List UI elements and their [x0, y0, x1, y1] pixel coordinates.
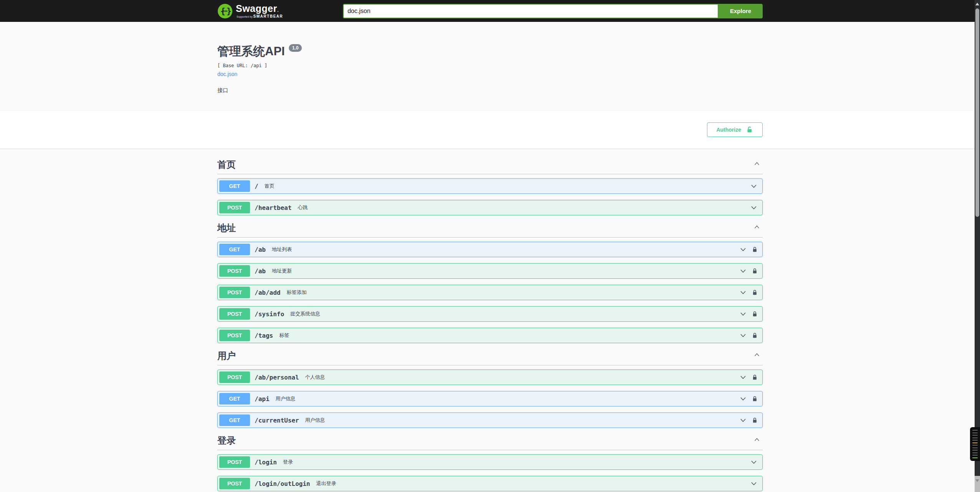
page-title: 管理系统API 1.0	[217, 43, 763, 59]
endpoint-row: POST /sysinfo 提交系统信息	[217, 306, 763, 322]
endpoint-summary-bar[interactable]: POST /ab/personal 个人信息	[218, 370, 762, 385]
endpoint-path: /tags	[255, 332, 273, 339]
expand-endpoint-button[interactable]	[750, 480, 758, 487]
endpoint-summary-bar[interactable]: POST /sysinfo 提交系统信息	[218, 307, 762, 321]
scrollbar-thumb[interactable]	[975, 8, 979, 217]
endpoint-auth-button[interactable]	[752, 268, 758, 274]
method-badge: POST	[219, 330, 250, 341]
endpoint-auth-button[interactable]	[752, 396, 758, 402]
section-header[interactable]: 首页	[217, 158, 763, 174]
endpoint-auth-button[interactable]	[752, 289, 758, 296]
endpoint-list: POST /ab/personal 个人信息	[217, 365, 763, 428]
expand-endpoint-button[interactable]	[750, 458, 758, 466]
scroll-up-icon[interactable]	[975, 3, 979, 5]
authorize-button[interactable]: Authorize	[707, 122, 763, 137]
lock-icon	[752, 374, 758, 381]
sections: 首页 GET / 首页	[217, 158, 763, 491]
smartbear-label: SMARTBEAR	[253, 14, 283, 18]
endpoint-path: /heartbeat	[255, 204, 291, 211]
endpoint-summary-bar[interactable]: POST /tags 标签	[218, 328, 762, 343]
expand-endpoint-button[interactable]	[739, 416, 747, 424]
expand-endpoint-button[interactable]	[739, 373, 747, 381]
chevron-down-icon	[739, 416, 747, 424]
section-header[interactable]: 地址	[217, 221, 763, 238]
chevron-down-icon	[739, 373, 747, 381]
expand-endpoint-button[interactable]	[739, 246, 747, 253]
opblock-tag-section: 用户 POST /ab/personal 个人信息	[217, 349, 763, 428]
endpoint-auth-button[interactable]	[752, 417, 758, 424]
lock-icon	[752, 396, 758, 402]
method-badge: GET	[219, 244, 250, 255]
endpoint-list: POST /login 登录	[217, 450, 763, 491]
section-header[interactable]: 登录	[217, 434, 763, 450]
expand-endpoint-button[interactable]	[739, 267, 747, 275]
lock-icon	[752, 417, 758, 424]
method-badge: POST	[219, 371, 250, 383]
method-badge: POST	[219, 265, 250, 277]
scroll-down-icon[interactable]	[975, 479, 979, 482]
explore-button[interactable]: Explore	[718, 4, 763, 18]
endpoint-auth-button[interactable]	[752, 311, 758, 317]
chevron-down-icon	[739, 332, 747, 339]
endpoint-summary-bar[interactable]: POST /login 登录	[218, 455, 762, 469]
collapse-section-button[interactable]	[751, 160, 763, 168]
method-badge: GET	[219, 180, 250, 192]
section-title: 地址	[217, 221, 236, 234]
method-badge: POST	[219, 308, 250, 320]
chevron-down-icon	[750, 182, 758, 190]
endpoint-list: GET /ab 地址列表	[217, 238, 763, 343]
authorize-label: Authorize	[716, 127, 741, 133]
method-badge: GET	[219, 393, 250, 404]
endpoint-summary-bar[interactable]: POST /ab/add 标签添加	[218, 285, 762, 300]
spec-url-input[interactable]	[343, 4, 718, 18]
lock-icon	[752, 289, 758, 296]
lock-icon	[752, 246, 758, 253]
method-badge: POST	[219, 287, 250, 298]
endpoint-summary-bar[interactable]: POST /ab 地址更新	[218, 264, 762, 278]
swagger-logo[interactable]: { } Swagger. Supported by SMARTBEAR	[217, 3, 283, 19]
endpoint-row: GET /currentUser 用户信息	[217, 413, 763, 428]
expand-endpoint-button[interactable]	[739, 395, 747, 403]
expand-endpoint-button[interactable]	[739, 289, 747, 296]
endpoint-summary-bar[interactable]: POST /login/outLogin 退出登录	[218, 476, 762, 491]
endpoint-summary: 心跳	[298, 204, 308, 211]
expand-endpoint-button[interactable]	[739, 332, 747, 339]
section-title: 用户	[217, 349, 236, 362]
endpoint-summary-bar[interactable]: POST /heartbeat 心跳	[218, 200, 762, 215]
lock-icon	[752, 332, 758, 339]
expand-endpoint-button[interactable]	[750, 182, 758, 190]
endpoint-auth-button[interactable]	[752, 374, 758, 381]
endpoint-summary: 登录	[283, 459, 293, 466]
spec-doc-link[interactable]: doc.json	[217, 71, 237, 77]
endpoint-summary-bar[interactable]: GET /currentUser 用户信息	[218, 413, 762, 428]
endpoint-summary: 退出登录	[316, 480, 336, 487]
endpoint-path: /ab/add	[255, 289, 280, 296]
endpoint-row: POST /login/outLogin 退出登录	[217, 476, 763, 491]
chevron-down-icon	[750, 458, 758, 466]
endpoint-auth-button[interactable]	[752, 332, 758, 339]
chevron-up-icon	[753, 352, 760, 358]
endpoint-summary-bar[interactable]: GET / 首页	[218, 179, 762, 193]
endpoint-row: GET /ab 地址列表	[217, 242, 763, 257]
mini-console-widget[interactable]	[970, 427, 980, 461]
method-badge: POST	[219, 478, 250, 489]
endpoint-summary: 标签添加	[286, 289, 306, 296]
info-section: 管理系统API 1.0 [ Base URL: /api ] doc.json …	[0, 22, 980, 94]
collapse-section-button[interactable]	[751, 224, 763, 232]
opblock-tag-section: 登录 POST /login 登录	[217, 434, 763, 491]
endpoint-auth-button[interactable]	[752, 246, 758, 253]
chevron-down-icon	[739, 310, 747, 318]
endpoint-row: POST /ab/personal 个人信息	[217, 370, 763, 385]
endpoint-summary-bar[interactable]: GET /ab 地址列表	[218, 242, 762, 257]
endpoint-summary: 首页	[265, 183, 275, 190]
scrollbar[interactable]	[975, 0, 980, 492]
section-header[interactable]: 用户	[217, 349, 763, 365]
opblock-tag-section: 地址 GET /ab 地址列表	[217, 221, 763, 343]
expand-endpoint-button[interactable]	[739, 310, 747, 318]
expand-endpoint-button[interactable]	[750, 204, 758, 211]
collapse-section-button[interactable]	[751, 436, 763, 444]
endpoint-summary-bar[interactable]: GET /api 用户信息	[218, 391, 762, 406]
collapse-section-button[interactable]	[751, 352, 763, 360]
method-badge: POST	[219, 202, 250, 213]
endpoint-list: GET / 首页	[217, 174, 763, 215]
